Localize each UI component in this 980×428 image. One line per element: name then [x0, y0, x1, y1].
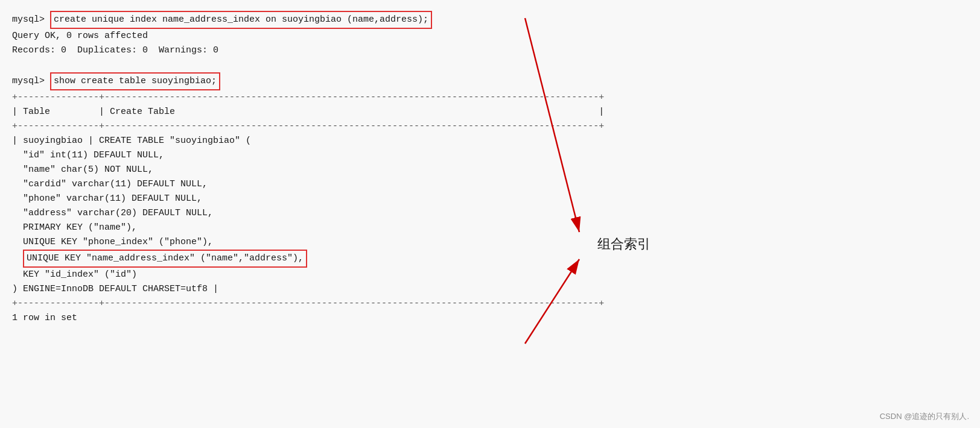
annotation-label: 组合索引 — [597, 235, 651, 253]
unique-phone: UNIQUE KEY "phone_index" ("phone"), — [12, 235, 968, 250]
engine-line: ) ENGINE=InnoDB DEFAULT CHARSET=utf8 | — [12, 282, 968, 297]
cmd-2-highlight: show create table suoyingbiao; — [50, 72, 220, 90]
line-3: Records: 0 Duplicates: 0 Warnings: 0 — [12, 43, 968, 58]
col-address: "address" varchar(20) DEFAULT NULL, — [12, 206, 968, 221]
unique-key-highlight: UNIQUE KEY "name_address_index" ("name",… — [23, 250, 307, 268]
line-2: Query OK, 0 rows affected — [12, 29, 968, 43]
table-row-start: | suoyingbiao | CREATE TABLE "suoyingbia… — [12, 134, 968, 148]
unique-name-address: UNIQUE KEY "name_address_index" ("name",… — [12, 250, 968, 268]
col-phone: "phone" varchar(11) DEFAULT NULL, — [12, 192, 968, 206]
dashed-1: +---------------+-----------------------… — [12, 90, 968, 105]
col-cardid: "cardid" varchar(11) DEFAULT NULL, — [12, 177, 968, 192]
line-5: mysql> show create table suoyingbiao; — [12, 72, 968, 90]
table-header: | Table | Create Table | — [12, 105, 968, 119]
pk-line: PRIMARY KEY ("name"), — [12, 221, 968, 235]
cmd-1-highlight: create unique index name_address_index o… — [50, 11, 432, 29]
col-name: "name" char(5) NOT NULL, — [12, 163, 968, 177]
dashed-2: +---------------+-----------------------… — [12, 119, 968, 134]
watermark: CSDN @追迹的只有别人. — [880, 411, 969, 422]
terminal-window: mysql> create unique index name_address_… — [0, 0, 980, 428]
line-4 — [12, 58, 968, 72]
prompt-2: mysql> — [12, 76, 50, 86]
dashed-3: +---------------+-----------------------… — [12, 297, 968, 311]
records: Records: 0 Duplicates: 0 Warnings: 0 — [12, 45, 218, 55]
col-id: "id" int(11) DEFAULT NULL, — [12, 148, 968, 163]
row-in-set: 1 row in set — [12, 311, 968, 326]
line-1: mysql> create unique index name_address_… — [12, 11, 968, 29]
query-ok: Query OK, 0 rows affected — [12, 31, 148, 41]
prompt-1: mysql> — [12, 14, 50, 25]
key-id: KEY "id_index" ("id") — [12, 268, 968, 282]
